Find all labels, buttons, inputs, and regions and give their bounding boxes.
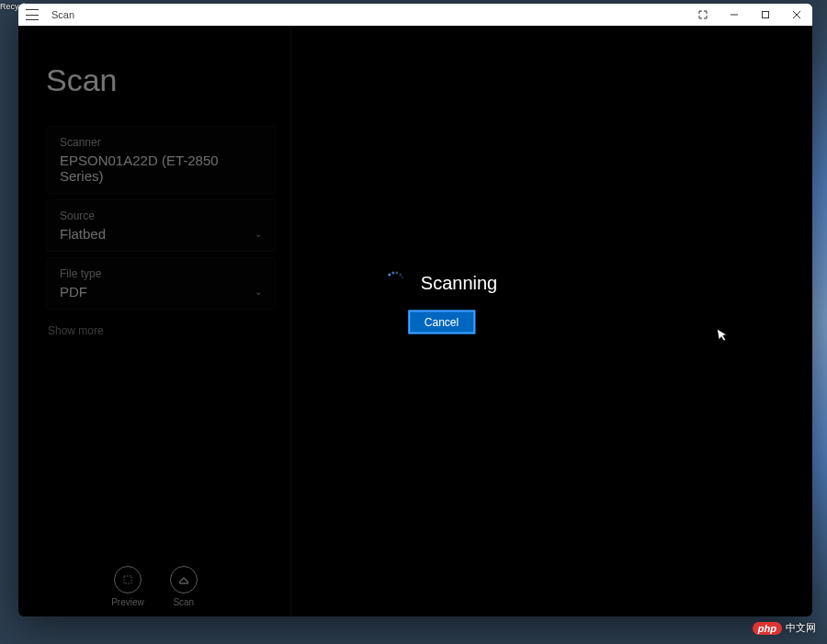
expand-icon bbox=[698, 10, 708, 19]
scanner-value: EPSON01A22D (ET-2850 Series) bbox=[60, 153, 262, 184]
titlebar[interactable]: Scan bbox=[18, 4, 812, 26]
window-title: Scan bbox=[51, 9, 687, 20]
watermark-badge: php bbox=[753, 622, 782, 635]
preview-icon bbox=[114, 566, 142, 593]
spinner-icon bbox=[386, 274, 404, 292]
scanning-status-text: Scanning bbox=[421, 272, 497, 293]
preview-label: Preview bbox=[111, 597, 144, 607]
scan-button[interactable]: Scan bbox=[170, 566, 198, 607]
window-controls bbox=[687, 4, 812, 26]
scanner-label: Scanner bbox=[60, 136, 262, 149]
close-icon bbox=[792, 10, 801, 19]
preview-button[interactable]: Preview bbox=[111, 566, 144, 607]
svg-rect-1 bbox=[763, 12, 769, 18]
preview-area: Scanning Cancel bbox=[291, 26, 812, 616]
close-button[interactable] bbox=[781, 4, 812, 26]
minimize-icon bbox=[730, 10, 739, 19]
chevron-down-icon: ⌄ bbox=[255, 229, 262, 239]
svg-rect-2 bbox=[124, 576, 131, 583]
scan-app-window: Scan Scan Scanner EPSON01A22D bbox=[18, 4, 812, 616]
hamburger-menu-icon[interactable] bbox=[26, 9, 39, 20]
source-dropdown[interactable]: Source Flatbed ⌄ bbox=[46, 199, 276, 252]
fullscreen-button[interactable] bbox=[687, 4, 719, 26]
filetype-dropdown[interactable]: File type PDF ⌄ bbox=[46, 257, 276, 310]
cancel-button[interactable]: Cancel bbox=[408, 310, 475, 333]
modal-dimmer bbox=[18, 26, 290, 616]
minimize-button[interactable] bbox=[719, 4, 750, 26]
filetype-label: File type bbox=[60, 267, 262, 280]
app-body: Scan Scanner EPSON01A22D (ET-2850 Series… bbox=[18, 26, 812, 616]
scanning-dialog: Scanning Cancel bbox=[386, 272, 497, 333]
maximize-button[interactable] bbox=[750, 4, 781, 26]
settings-sidebar: Scan Scanner EPSON01A22D (ET-2850 Series… bbox=[18, 26, 291, 616]
sidebar-footer: Preview Scan bbox=[18, 566, 290, 607]
watermark: php 中文网 bbox=[753, 621, 816, 635]
source-value: Flatbed bbox=[60, 226, 106, 242]
source-label: Source bbox=[60, 209, 262, 222]
scan-label: Scan bbox=[173, 597, 194, 607]
maximize-icon bbox=[761, 10, 770, 19]
watermark-text: 中文网 bbox=[786, 621, 816, 635]
chevron-down-icon: ⌄ bbox=[255, 287, 262, 297]
scan-icon bbox=[170, 566, 198, 593]
show-more-link[interactable]: Show more bbox=[46, 324, 276, 337]
scanner-field[interactable]: Scanner EPSON01A22D (ET-2850 Series) bbox=[46, 126, 276, 194]
page-title: Scan bbox=[46, 62, 276, 98]
filetype-value: PDF bbox=[60, 284, 87, 299]
